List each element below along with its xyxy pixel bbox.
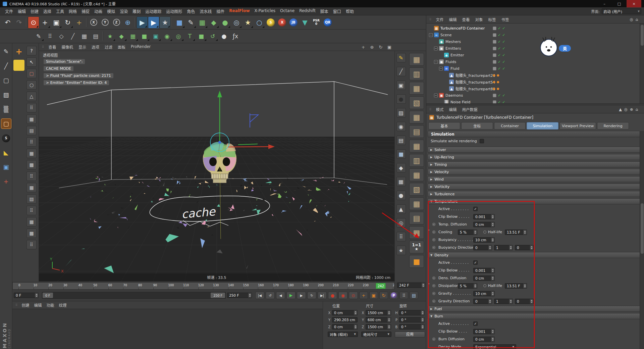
stepper[interactable] xyxy=(387,325,391,329)
enabled-check-icon[interactable]: ✓ xyxy=(498,33,501,37)
timeline-ruler[interactable]: 0102030405060708090100110120130140150160… xyxy=(12,282,394,290)
stepper-up-icon[interactable] xyxy=(492,291,494,293)
object-label[interactable]: 骷髅头_fracturepart54 xyxy=(455,79,495,85)
stepper-up-icon[interactable] xyxy=(524,230,526,232)
snap-cube-icon[interactable]: ▥ xyxy=(409,67,424,80)
layer-chip[interactable] xyxy=(493,53,496,57)
mograph-grid-icon[interactable]: ▦ xyxy=(127,31,139,42)
checkbox[interactable]: ✓ xyxy=(473,321,478,326)
stepper[interactable] xyxy=(357,317,358,322)
paint-bucket-icon[interactable]: ◣ xyxy=(1,148,11,157)
attr-field[interactable]: 0 xyxy=(515,245,534,250)
visibility-toggles[interactable]: ✓✓ xyxy=(493,94,505,97)
menu-item[interactable]: 选项 xyxy=(89,44,102,50)
snap-cube-icon[interactable]: ▤ xyxy=(409,212,424,225)
brush-tool-icon[interactable]: ▨ xyxy=(1,90,11,100)
coord-mode-dropdown[interactable]: 对象 (相对)▼ xyxy=(328,332,358,337)
attribute-manager-scrollbar[interactable] xyxy=(640,131,644,349)
menu-item[interactable]: 纹理 xyxy=(57,302,69,308)
object-row[interactable]: ▲骷髅头_fracturepart20●● xyxy=(426,72,644,79)
stepper[interactable] xyxy=(523,230,527,235)
coord-field[interactable]: 0 ° xyxy=(399,324,425,330)
visibility-toggles[interactable]: ●● xyxy=(493,81,499,84)
scale-one-to-one-icon[interactable]: 1=1★ xyxy=(409,241,424,253)
object-label[interactable]: Scene xyxy=(440,33,452,37)
keyframe-circle-icon[interactable] xyxy=(432,277,435,280)
object-label[interactable]: 骷髅头_fracturepart20 xyxy=(455,72,495,78)
array-generator-icon[interactable]: ◆ xyxy=(208,16,219,29)
stepper-up-icon[interactable] xyxy=(249,293,251,295)
object-label[interactable]: Emitter xyxy=(450,53,464,57)
psr-badge[interactable]: PSR0 xyxy=(311,16,322,29)
lasso-select-icon[interactable]: ○ xyxy=(26,80,37,90)
attr-field[interactable]: 10 cm xyxy=(473,291,495,296)
move-tool-icon[interactable]: + xyxy=(39,16,51,29)
motext-icon[interactable]: T xyxy=(184,31,196,42)
menu-item[interactable]: 模式 xyxy=(433,106,446,113)
modeling-preset-icon[interactable]: ▩ xyxy=(26,229,37,238)
menu-item[interactable]: 编辑 xyxy=(446,106,460,113)
visibility-toggles[interactable]: ✓✓ xyxy=(493,60,505,64)
menu-item[interactable]: 编辑 xyxy=(15,8,28,15)
menu-item[interactable]: X-Particles xyxy=(252,8,278,15)
modeling-preset-icon[interactable]: ⠿ xyxy=(26,240,37,249)
mograph-ring-icon[interactable]: ◉ xyxy=(161,31,173,42)
keyframe-circle-icon[interactable] xyxy=(432,231,435,234)
filter-icon[interactable]: ⊕ xyxy=(630,107,633,112)
layer-chip[interactable] xyxy=(493,60,496,64)
attr-field[interactable]: 1 xyxy=(494,299,513,304)
menu-item[interactable]: ProRender xyxy=(128,44,153,50)
visibility-dot-icon[interactable]: ● xyxy=(493,87,495,90)
stepper[interactable] xyxy=(491,222,494,227)
stepper-down-icon[interactable] xyxy=(492,294,494,296)
stepper[interactable] xyxy=(35,293,38,298)
knife-icon[interactable]: ╱ xyxy=(67,31,78,42)
spline-wrap-icon[interactable]: ↺ xyxy=(207,31,218,42)
drop-to-floor-icon[interactable]: ▼ xyxy=(299,16,311,29)
keyframe-circle-icon[interactable] xyxy=(432,238,435,241)
attr-field[interactable]: 0.001 xyxy=(473,329,495,334)
coord-field[interactable]: 290.203 cm xyxy=(332,317,358,322)
coord-field[interactable]: 1500 cm xyxy=(366,310,391,315)
keyframe-circle-icon[interactable] xyxy=(483,284,486,287)
menu-item[interactable]: 摄像机 xyxy=(59,44,76,50)
stepper[interactable] xyxy=(354,310,357,315)
stepper-up-icon[interactable] xyxy=(422,317,424,319)
attr-field[interactable]: 0 cm xyxy=(473,337,495,342)
tab-simulation[interactable]: Simulation xyxy=(527,122,558,130)
layer-chip[interactable] xyxy=(493,94,496,97)
redo-icon[interactable]: ↷ xyxy=(13,16,25,29)
enabled-check-icon[interactable]: ✓ xyxy=(498,53,501,57)
menu-item[interactable]: 窗口 xyxy=(331,8,343,15)
enabled-check-icon[interactable]: ✓ xyxy=(498,100,501,104)
menu-item[interactable]: 插件 xyxy=(214,8,227,15)
tree-expander[interactable]: − xyxy=(439,67,443,70)
coord-field[interactable]: 0 ° xyxy=(399,310,425,315)
enabled-check-icon[interactable]: ✓ xyxy=(502,33,505,37)
modeling-preset-icon[interactable]: ⠿ xyxy=(26,206,37,215)
stepper-up-icon[interactable] xyxy=(524,283,526,286)
stepper-up-icon[interactable] xyxy=(422,283,424,285)
keyframe-circle-icon[interactable] xyxy=(483,231,486,234)
stepper-down-icon[interactable] xyxy=(489,302,491,304)
simulate-checkbox[interactable] xyxy=(480,139,484,143)
lock-x-icon[interactable]: X xyxy=(88,16,99,29)
menu-item[interactable]: 显示 xyxy=(76,44,89,50)
stepper-up-icon[interactable] xyxy=(474,230,476,232)
interface-dropdown[interactable]: 启动 (用户) ▼ xyxy=(602,8,641,14)
modeling-preset-icon[interactable]: ▦ xyxy=(26,149,37,158)
panel-grip[interactable]: ⠿ xyxy=(428,108,433,111)
display-sphere-icon[interactable]: ● xyxy=(218,31,230,42)
visibility-toggles[interactable]: ✓✓ xyxy=(493,33,505,37)
stepper-down-icon[interactable] xyxy=(388,320,390,322)
checkbox[interactable]: ✓ xyxy=(473,207,478,211)
stepper-up-icon[interactable] xyxy=(510,245,512,247)
stepper-down-icon[interactable] xyxy=(249,296,251,298)
fracture-cube-icon[interactable]: ■ xyxy=(196,31,207,42)
range-end-chip[interactable]: 250 F xyxy=(211,293,225,298)
panel-grip[interactable]: ⠿ xyxy=(40,45,46,49)
coordinate-system-icon[interactable]: ⊕ xyxy=(122,16,133,29)
sky-icon[interactable]: ○ xyxy=(254,16,265,29)
keyframe-circle-icon[interactable] xyxy=(432,338,435,341)
section-bar[interactable]: ▶Velocity xyxy=(428,169,643,175)
